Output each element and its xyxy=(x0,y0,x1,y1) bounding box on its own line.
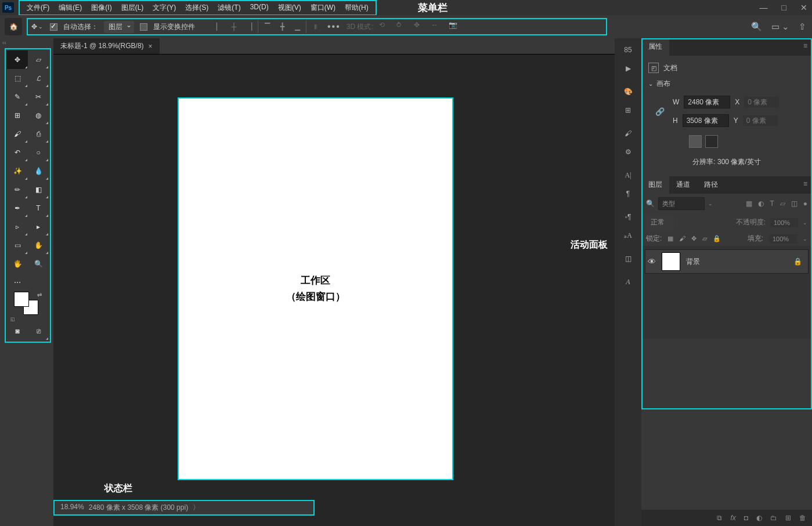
portrait-icon[interactable] xyxy=(689,135,702,148)
frame-tool[interactable]: ⊞ xyxy=(7,106,28,125)
panel-icon-color[interactable]: 🎨 xyxy=(618,82,638,101)
move-tool-indicator[interactable]: ✥⌄ xyxy=(30,20,44,34)
show-transform-checkbox[interactable] xyxy=(140,23,147,31)
align-top-icon[interactable]: ▔ xyxy=(261,20,273,33)
menu-3d[interactable]: 3D(D) xyxy=(246,2,273,14)
crop-tool[interactable]: ✂ xyxy=(28,88,49,106)
panel-icon-char[interactable]: A| xyxy=(618,166,638,184)
share-icon[interactable]: ⇧ xyxy=(799,21,806,32)
lock-image-icon[interactable]: 🖌 xyxy=(679,235,685,242)
width-input[interactable] xyxy=(684,96,730,108)
link-layers-icon[interactable]: ⧉ xyxy=(717,514,722,522)
edit-toolbar[interactable]: ⋯ xyxy=(7,273,28,292)
eyedropper-tool[interactable]: ✎ xyxy=(7,88,28,106)
zoom-tool[interactable]: 🔍 xyxy=(28,255,49,273)
zoom-level[interactable]: 18.94% xyxy=(60,503,84,513)
blend-mode-dropdown[interactable]: 正常 xyxy=(646,216,674,229)
panel-icon-glyph[interactable]: A xyxy=(618,273,638,291)
link-icon[interactable]: 🔗 xyxy=(655,107,665,116)
minimize-icon[interactable]: — xyxy=(760,3,768,12)
direct-select-tool[interactable]: ▸ xyxy=(28,217,49,236)
close-icon[interactable]: ✕ xyxy=(800,3,807,12)
stamp-tool[interactable]: ⎙ xyxy=(28,125,49,143)
tab-close-icon[interactable]: × xyxy=(149,42,153,50)
search-icon[interactable]: 🔍 xyxy=(751,21,762,32)
lock-position-icon[interactable]: ✥ xyxy=(691,235,696,242)
menu-view[interactable]: 视图(V) xyxy=(273,2,306,14)
align-center-v-icon[interactable]: ╋ xyxy=(276,20,288,33)
3d-pan-icon[interactable]: ✥ xyxy=(414,21,425,32)
toolbar-collapse-icon[interactable]: ‹‹ xyxy=(2,39,6,46)
new-layer-icon[interactable]: ⊞ xyxy=(785,514,791,522)
layer-name[interactable]: 背景 xyxy=(686,257,700,267)
layer-lock-icon[interactable]: 🔒 xyxy=(793,257,802,266)
adjustment-icon[interactable]: ◐ xyxy=(756,514,762,522)
rotate-tool[interactable]: 🖐 xyxy=(7,255,28,273)
doc-info[interactable]: 2480 像素 x 3508 像素 (300 ppi) xyxy=(89,503,188,513)
layer-thumbnail[interactable] xyxy=(662,252,680,271)
opacity-input[interactable]: 100% xyxy=(770,218,798,227)
gradient-tool[interactable]: ✏ xyxy=(7,180,28,199)
delete-icon[interactable]: 🗑 xyxy=(799,514,806,522)
status-bar[interactable]: 18.94% 2480 像素 x 3508 像素 (300 ppi) 〉 xyxy=(53,500,315,516)
more-options-icon[interactable]: ••• xyxy=(327,21,341,32)
screenmode-tool[interactable]: ⎚ xyxy=(28,322,49,340)
panel-icon-adjust[interactable]: ⚙ xyxy=(618,143,638,161)
menu-image[interactable]: 图像(I) xyxy=(86,2,116,14)
visibility-icon[interactable]: 👁 xyxy=(648,257,656,266)
maximize-icon[interactable]: □ xyxy=(782,3,786,12)
path-tool[interactable]: ▹ xyxy=(7,217,28,236)
3d-orbit-icon[interactable]: ⟲ xyxy=(379,21,391,32)
height-input[interactable] xyxy=(683,114,729,127)
auto-select-checkbox[interactable] xyxy=(50,23,57,31)
lock-transparency-icon[interactable]: ▦ xyxy=(667,235,673,242)
panel-icon-85[interactable]: 85 xyxy=(618,41,638,59)
filter-shape-icon[interactable]: ▱ xyxy=(780,199,785,208)
group-icon[interactable]: 🗀 xyxy=(770,514,777,522)
align-center-h-icon[interactable]: ┼ xyxy=(228,20,240,33)
filter-type-icon[interactable]: T xyxy=(770,199,774,208)
tab-channels[interactable]: 通道 xyxy=(669,176,697,194)
marquee-tool[interactable]: ⬚ xyxy=(7,69,28,88)
x-input[interactable] xyxy=(744,96,779,108)
eraser-tool[interactable]: ◧ xyxy=(28,180,49,199)
wand-tool[interactable]: ✨ xyxy=(7,162,28,180)
landscape-icon[interactable] xyxy=(705,135,718,148)
home-button[interactable]: 🏠 xyxy=(5,18,22,35)
menu-edit[interactable]: 编辑(E) xyxy=(54,2,86,14)
color-swatches[interactable]: ⇄ ◱ xyxy=(7,292,49,322)
healing-tool[interactable]: ◍ xyxy=(28,106,49,125)
align-bottom-icon[interactable]: ▁ xyxy=(291,20,304,33)
brush-tool[interactable]: 🖌 xyxy=(7,125,28,143)
target-dropdown[interactable]: 图层 xyxy=(104,21,134,33)
shape-tool[interactable]: ▭ xyxy=(7,236,28,255)
artboard-tool[interactable]: ▱ xyxy=(28,50,49,69)
mask-icon[interactable]: ◘ xyxy=(744,514,748,522)
eyedrop2-tool[interactable]: 💧 xyxy=(28,162,49,180)
filter-adjust-icon[interactable]: ◐ xyxy=(758,199,764,208)
tab-properties[interactable]: 属性 xyxy=(641,38,669,56)
panel-icon-play[interactable]: ▶ xyxy=(618,59,638,78)
tab-layers[interactable]: 图层 xyxy=(641,176,669,194)
panel-icon-style[interactable]: ₐA xyxy=(618,226,638,245)
tab-paths[interactable]: 路径 xyxy=(697,176,725,194)
distribute-icon[interactable]: ⫴ xyxy=(309,20,322,33)
menu-filter[interactable]: 滤镜(T) xyxy=(213,2,245,14)
fx-icon[interactable]: fx xyxy=(730,514,735,522)
type-tool[interactable]: T xyxy=(28,199,49,217)
panel-icon-para[interactable]: ¶ xyxy=(618,184,638,203)
align-left-icon[interactable]: ▏ xyxy=(212,20,225,33)
lasso-tool[interactable]: 𝓛 xyxy=(28,69,49,88)
panel-icon-clip[interactable]: ▫¶ xyxy=(618,208,638,226)
align-right-icon[interactable]: ▕ xyxy=(243,20,255,33)
layers-menu-icon[interactable]: ≡ xyxy=(799,176,812,194)
menu-help[interactable]: 帮助(H) xyxy=(340,2,373,14)
canvas[interactable]: 工作区 （绘图窗口） xyxy=(178,97,453,480)
panel-icon-lib[interactable]: ◫ xyxy=(618,249,638,268)
filter-smart-icon[interactable]: ◫ xyxy=(791,199,797,208)
filter-pixel-icon[interactable]: ▦ xyxy=(746,199,752,208)
y-input[interactable] xyxy=(743,115,778,126)
document-tab[interactable]: 未标题-1 @ 18.9%(RGB/8) × xyxy=(53,38,160,54)
status-arrow-icon[interactable]: 〉 xyxy=(193,503,200,513)
default-colors-icon[interactable]: ◱ xyxy=(10,317,15,322)
